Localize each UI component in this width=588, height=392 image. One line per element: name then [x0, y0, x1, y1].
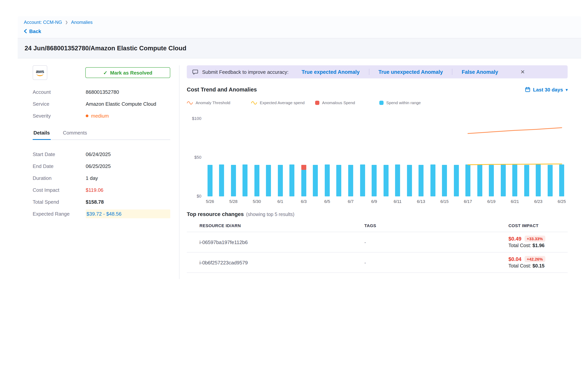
bar-6/9[interactable]	[372, 165, 377, 196]
detail-start-date: Start Date 06/24/2025	[33, 148, 170, 160]
bar-5/29[interactable]	[243, 164, 248, 196]
bar-6/15[interactable]	[442, 165, 447, 196]
bar-6/13[interactable]	[418, 165, 424, 196]
feedback-false-anomaly[interactable]: False Anomaly	[462, 69, 498, 75]
bar-6/14[interactable]	[430, 164, 435, 196]
anomaly-summary-panel: aws ✓ Mark as Resolved Account 868001352…	[33, 65, 170, 279]
legend-spend-within-range: Spend within range	[379, 100, 444, 105]
resources-title: Top resource changes	[187, 211, 244, 217]
x-tick-6/17: 6/17	[464, 199, 472, 204]
chevron-left-icon	[24, 29, 27, 34]
back-label: Back	[29, 28, 41, 34]
feedback-true-unexpected[interactable]: True unexpected Anomaly	[378, 69, 443, 75]
bar-6/22[interactable]	[524, 165, 529, 196]
impact-line: $0.49 +33.33%	[508, 236, 568, 242]
impact-amount: $0.49	[508, 236, 522, 242]
top-resource-changes: Top resource changes (showing top 5 resu…	[187, 211, 568, 273]
detail-label: End Date	[33, 163, 86, 169]
bar-anomalous-6/3[interactable]	[301, 165, 306, 170]
back-row: Back	[24, 28, 575, 35]
bar-6/3[interactable]	[301, 170, 306, 196]
x-tick-6/3: 6/3	[301, 199, 307, 204]
impact-amount: $0.04	[508, 256, 522, 262]
bar-6/25[interactable]	[559, 164, 564, 196]
resource-cost-impact: $0.49 +33.33% Total Cost: $1.96	[508, 236, 568, 249]
cost-trend-chart: $0$50$100 5/265/285/306/16/36/56/76/96/1…	[187, 119, 568, 205]
title-bar: 24 Jun/868001352780/Amazon Elastic Compu…	[18, 38, 581, 58]
anomalous-spend-swatch-icon	[315, 100, 319, 105]
bar-6/11[interactable]	[395, 164, 400, 196]
close-icon[interactable]: ✕	[520, 69, 525, 74]
bar-6/17[interactable]	[466, 164, 470, 196]
bar-6/16[interactable]	[454, 165, 459, 196]
tab-comments[interactable]: Comments	[62, 127, 88, 140]
bar-6/4[interactable]	[313, 165, 318, 196]
detail-value: $119.06	[86, 187, 104, 193]
bar-6/10[interactable]	[383, 165, 388, 196]
tab-details[interactable]: Details	[33, 127, 50, 140]
bar-6/8[interactable]	[360, 164, 365, 196]
detail-label: Duration	[33, 175, 86, 181]
bar-6/24[interactable]	[548, 165, 552, 196]
field-account: Account 868001352780	[33, 86, 170, 98]
bar-6/19[interactable]	[489, 165, 494, 196]
bar-5/26[interactable]	[208, 165, 212, 196]
resource-id: i-0b6f257223cad9579	[200, 260, 364, 265]
severity-dot-icon	[86, 114, 88, 117]
bar-6/23[interactable]	[536, 164, 541, 196]
field-service: Service Amazon Elastic Compute Cloud	[33, 98, 170, 110]
bar-5/27[interactable]	[219, 164, 224, 196]
bar-5/28[interactable]	[231, 165, 236, 196]
x-tick-5/26: 5/26	[206, 199, 214, 204]
bar-6/18[interactable]	[477, 164, 482, 196]
resources-subtitle: (showing top 5 results)	[246, 212, 294, 217]
bar-5/30[interactable]	[254, 165, 260, 196]
detail-value: $39.72 - $48.56	[86, 210, 170, 218]
total-cost-label: Total Cost:	[508, 263, 531, 269]
detail-value: 1 day	[86, 175, 98, 181]
aws-swoosh	[36, 74, 44, 76]
bar-6/6[interactable]	[336, 165, 342, 196]
bar-6/20[interactable]	[500, 164, 506, 196]
mark-as-resolved-button[interactable]: ✓ Mark as Resolved	[85, 67, 170, 78]
detail-duration: Duration 1 day	[33, 172, 170, 184]
back-button[interactable]: Back	[24, 28, 41, 34]
field-severity: Severity medium	[33, 110, 170, 122]
date-range-selector[interactable]: Last 30 days ▾	[525, 87, 568, 92]
resources-table-header: RESOURCE ID/ARN TAGS COST IMPACT	[187, 222, 568, 232]
resource-id: i-06597ba197fe112b6	[200, 239, 364, 245]
x-tick-6/19: 6/19	[487, 199, 496, 204]
bar-6/7[interactable]	[348, 165, 353, 196]
legend-label: Expected Average spend	[260, 100, 304, 105]
breadcrumb-anomalies-link[interactable]: Anomalies	[71, 20, 92, 25]
bar-6/21[interactable]	[512, 164, 517, 196]
profile-row: aws ✓ Mark as Resolved	[33, 65, 170, 80]
header-top: Account: CCM-NG ❯ Anomalies Back	[18, 16, 581, 38]
line-anomaly-threshold	[468, 128, 562, 133]
bar-6/5[interactable]	[325, 164, 330, 196]
x-tick-6/7: 6/7	[348, 199, 354, 204]
x-tick-6/11: 6/11	[394, 199, 402, 204]
feedback-bar: Submit Feedback to improve accuracy: Tru…	[187, 65, 568, 78]
field-label: Service	[33, 101, 86, 107]
resources-title-row: Top resource changes (showing top 5 resu…	[187, 211, 568, 217]
bar-6/1[interactable]	[278, 165, 283, 196]
total-cost-value: $0.15	[532, 263, 544, 269]
chart-header: Cost Trend and Anomalies Last 30 days ▾	[187, 86, 568, 92]
impact-line: $0.04 +42.26%	[508, 256, 568, 262]
x-tick-6/15: 6/15	[440, 199, 449, 204]
detail-expected-range: Expected Range $39.72 - $48.56	[33, 208, 170, 220]
resource-tags: -	[364, 239, 508, 245]
chart-legend: Anomaly Threshold Expected Average spend…	[187, 100, 568, 105]
bar-6/2[interactable]	[290, 164, 294, 196]
table-row: i-0b6f257223cad9579 - $0.04 +42.26% Tota…	[187, 252, 568, 273]
resources-table: RESOURCE ID/ARN TAGS COST IMPACT i-06597…	[187, 222, 568, 273]
breadcrumb-account-link[interactable]: Account: CCM-NG	[24, 20, 62, 25]
anomaly-chart-panel: Submit Feedback to improve accuracy: Tru…	[180, 65, 568, 279]
detail-label: Total Spend	[33, 199, 86, 205]
bar-5/31[interactable]	[266, 165, 271, 196]
resolve-button-label: Mark as Resolved	[110, 70, 152, 76]
bar-6/12[interactable]	[407, 165, 412, 196]
anomaly-detail-page: Account: CCM-NG ❯ Anomalies Back 24 Jun/…	[0, 16, 588, 392]
feedback-true-expected[interactable]: True expected Anomaly	[302, 69, 360, 75]
